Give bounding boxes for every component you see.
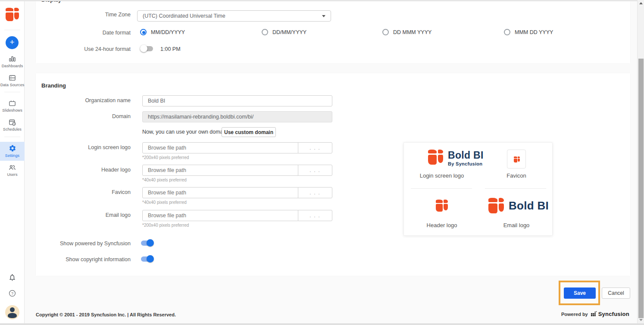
dashboards-icon <box>0 55 25 63</box>
show-copyright-label: Show copyright information <box>36 256 131 262</box>
schedules-icon <box>0 118 25 126</box>
boldbi-logo-icon[interactable] <box>6 8 19 21</box>
sidebar-divider <box>4 30 20 30</box>
email-logo-preview: Bold BI <box>488 198 549 213</box>
radio-icon <box>262 29 268 35</box>
notifications-button[interactable] <box>0 273 25 283</box>
timezone-value: (UTC) Coordinated Universal Time <box>143 11 225 21</box>
date-format-label: Date format <box>36 30 131 36</box>
help-button[interactable]: ? <box>0 289 25 299</box>
organization-name-label: Organization name <box>36 97 131 103</box>
favicon-label: Favicon <box>36 189 131 195</box>
preview-email-label: Email logo <box>480 222 553 228</box>
radio-icon <box>140 29 147 35</box>
syncfusion-logo: Syncfusion <box>591 311 629 317</box>
window-top-edge <box>0 0 644 1</box>
scroll-down-arrow-icon[interactable] <box>639 319 643 321</box>
radio-icon <box>382 29 389 35</box>
boldbi-wordmark: Bold BI <box>448 150 484 161</box>
sidebar-item-dashboards[interactable]: Dashboards <box>0 55 25 68</box>
login-screen-logo-browse-button[interactable]: . . . <box>298 142 332 153</box>
bell-icon <box>8 275 16 283</box>
show-powered-by-toggle[interactable] <box>140 240 154 246</box>
custom-domain-text: Now, you can use your own domain <box>142 127 227 137</box>
plus-icon: + <box>9 38 14 47</box>
header-logo-preview <box>436 200 448 212</box>
chevron-down-icon <box>322 15 325 17</box>
copyright-text: Copyright © 2001 - 2019 Syncfusion Inc. … <box>36 312 176 317</box>
sidebar: + Dashboards Data Sources Slideshows Sc <box>0 0 25 323</box>
organization-name-input[interactable] <box>142 95 332 106</box>
domain-label: Domain <box>36 113 131 119</box>
login-logo-preview: Bold BI By Syncfusion <box>428 150 484 167</box>
sidebar-item-users[interactable]: Users <box>0 163 25 177</box>
preview-divider <box>411 188 472 189</box>
by-syncfusion-text: By Syncfusion <box>448 161 484 167</box>
hour-format-label: Use 24-hour format <box>36 46 131 52</box>
sidebar-item-label: Data Sources <box>0 83 25 87</box>
favicon-browse-button[interactable]: . . . <box>298 187 332 198</box>
user-avatar[interactable] <box>5 305 19 319</box>
powered-by: Powered by Syncfusion <box>561 311 629 317</box>
scroll-up-arrow-icon[interactable] <box>639 2 643 4</box>
sidebar-item-label: Schedules <box>0 127 25 131</box>
header-logo-input[interactable] <box>142 165 298 176</box>
sidebar-item-label: Users <box>0 172 25 177</box>
show-copyright-toggle[interactable] <box>140 256 154 262</box>
sidebar-item-label: Dashboards <box>0 64 25 68</box>
radio-dd-mm-yyyy[interactable]: DD/MM/YYYY <box>262 29 306 35</box>
login-screen-logo-hint: *200x40 pixels preferred <box>142 155 189 160</box>
branding-card: Branding Organization name Domain Now, y… <box>36 73 630 276</box>
email-logo-hint: *200x40 pixels preferred <box>142 223 189 228</box>
login-screen-logo-label: Login screen logo <box>36 144 131 150</box>
favicon-hint: *40x40 pixels preferred <box>142 200 187 205</box>
email-logo-browse-button[interactable]: . . . <box>298 210 332 221</box>
save-button[interactable]: Save <box>564 288 596 299</box>
syncfusion-grid-icon <box>591 311 597 317</box>
sidebar-item-label: Settings <box>0 153 25 158</box>
sidebar-item-data-sources[interactable]: Data Sources <box>0 74 25 87</box>
settings-icon <box>0 144 25 153</box>
use-custom-domain-button[interactable]: Use custom domain <box>222 127 276 137</box>
timezone-dropdown[interactable]: (UTC) Coordinated Universal Time <box>137 10 331 22</box>
domain-input <box>142 111 332 122</box>
branding-section-title: Branding <box>41 82 66 89</box>
header-logo-label: Header logo <box>36 167 131 173</box>
favicon-input[interactable] <box>142 187 298 198</box>
radio-dd-mmm-yyyy[interactable]: DD MMM YYYY <box>382 29 431 35</box>
sidebar-divider <box>4 137 20 137</box>
create-new-button[interactable]: + <box>6 36 19 49</box>
preview-login-label: Login screen logo <box>404 172 480 179</box>
scrollbar-thumb[interactable] <box>638 59 644 318</box>
avatar-person-icon <box>10 307 15 312</box>
sidebar-item-settings[interactable]: Settings <box>0 142 25 161</box>
time-preview: 1:00 PM <box>160 46 181 52</box>
sidebar-item-schedules[interactable]: Schedules <box>0 118 25 131</box>
radio-mmm-dd-yyyy[interactable]: MMM DD YYYY <box>504 29 553 35</box>
window-bottom-edge <box>0 323 644 325</box>
boldbi-mark-icon <box>488 198 504 213</box>
sidebar-item-label: Slideshows <box>0 108 25 112</box>
preview-header-label: Header logo <box>404 222 480 228</box>
email-logo-label: Email logo <box>36 212 131 218</box>
preview-favicon-label: Favicon <box>480 172 553 179</box>
radio-icon <box>504 29 510 35</box>
radio-mm-dd-yyyy[interactable]: MM/DD/YYYY <box>140 29 185 35</box>
header-logo-browse-button[interactable]: . . . <box>298 165 332 176</box>
preview-divider <box>485 188 546 189</box>
syncfusion-name: Syncfusion <box>598 311 629 317</box>
settings-page: + Dashboards Data Sources Slideshows Sc <box>0 0 644 325</box>
question-glyph: ? <box>11 291 13 296</box>
email-logo-input[interactable] <box>142 210 298 221</box>
hour-format-toggle[interactable] <box>140 46 154 52</box>
sidebar-divider <box>4 92 20 92</box>
boldbi-mark-icon <box>428 150 443 165</box>
timezone-label: Time Zone <box>36 12 131 18</box>
sidebar-item-slideshows[interactable]: Slideshows <box>0 99 25 112</box>
display-settings-card: Display Time Zone (UTC) Coordinated Univ… <box>36 1 630 63</box>
show-powered-by-label: Show powered by Syncfusion <box>36 241 131 247</box>
branding-preview-panel: Bold BI By Syncfusion Login screen logo … <box>403 142 553 236</box>
users-icon <box>0 163 25 172</box>
cancel-button[interactable]: Cancel <box>602 288 630 299</box>
login-screen-logo-input[interactable] <box>142 142 298 153</box>
